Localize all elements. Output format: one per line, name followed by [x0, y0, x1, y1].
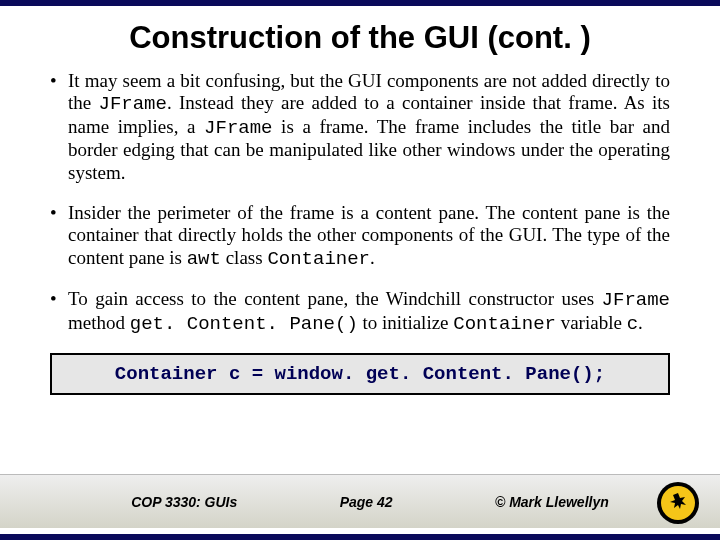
slide-body: It may seem a bit confusing, but the GUI…	[0, 66, 720, 335]
code-snippet: Container c = window. get. Content. Pane…	[50, 353, 670, 395]
footer: COP 3330: GUIs Page 42 © Mark Llewellyn	[0, 474, 720, 528]
ucf-logo-icon	[656, 481, 700, 525]
bullet-1: It may seem a bit confusing, but the GUI…	[50, 70, 670, 184]
bullet-list: It may seem a bit confusing, but the GUI…	[50, 70, 670, 335]
footer-page: Page 42	[340, 494, 393, 510]
footer-course: COP 3330: GUIs	[131, 494, 237, 510]
bullet-2: Insider the perimeter of the frame is a …	[50, 202, 670, 270]
slide-title: Construction of the GUI (cont. )	[0, 6, 720, 66]
bullet-3: To gain access to the content pane, the …	[50, 288, 670, 335]
slide: Construction of the GUI (cont. ) It may …	[0, 0, 720, 540]
footer-copyright: © Mark Llewellyn	[495, 494, 609, 510]
